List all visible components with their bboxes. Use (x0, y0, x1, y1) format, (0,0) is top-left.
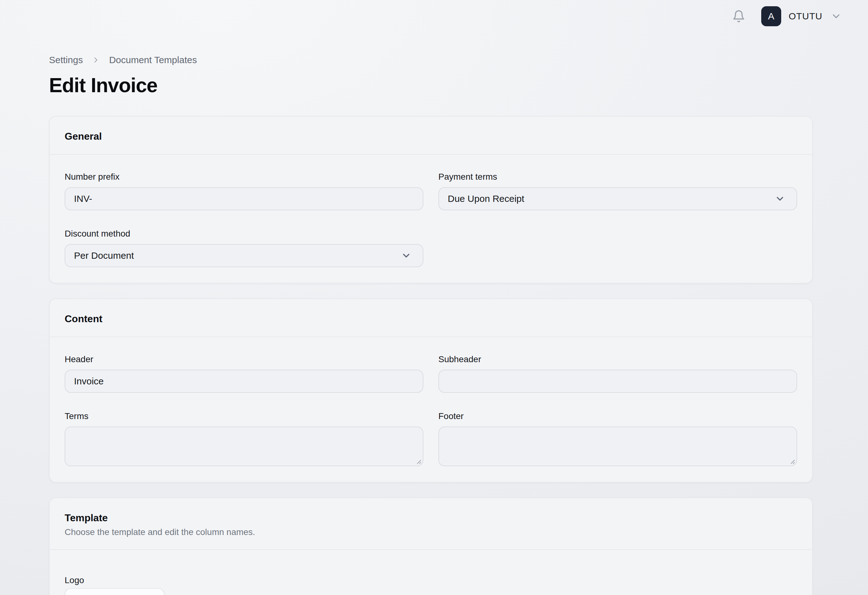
content-card-header: Content (50, 299, 812, 337)
header-input[interactable] (65, 370, 424, 393)
number-prefix-input[interactable] (65, 187, 424, 210)
logo-field-group: Logo Drag & Drop your (65, 575, 797, 595)
terms-label: Terms (65, 411, 424, 422)
subheader-input[interactable] (438, 370, 797, 393)
number-prefix-label: Number prefix (65, 172, 424, 182)
footer-label: Footer (438, 411, 797, 422)
breadcrumb: Settings Document Templates (49, 55, 813, 65)
footer-textarea[interactable] (438, 426, 797, 466)
header-field-group: Header (65, 354, 424, 393)
payment-terms-label: Payment terms (438, 172, 797, 182)
subheader-field-group: Subheader (438, 354, 797, 393)
breadcrumb-document-templates[interactable]: Document Templates (109, 55, 197, 65)
avatar[interactable]: A (761, 6, 781, 26)
template-card-title: Template (65, 512, 797, 524)
subheader-label: Subheader (438, 354, 797, 365)
breadcrumb-settings[interactable]: Settings (49, 55, 83, 65)
content-card: Content Header Subheader Terms (49, 299, 813, 483)
discount-method-field-group: Discount method Per Document (65, 228, 424, 267)
chevron-right-icon (92, 56, 100, 64)
general-card-title: General (65, 130, 797, 142)
discount-method-select[interactable]: Per Document (65, 244, 424, 267)
terms-field-group: Terms (65, 411, 424, 466)
header-label: Header (65, 354, 424, 365)
template-card-subtitle: Choose the template and edit the column … (65, 527, 797, 537)
payment-terms-field-group: Payment terms Due Upon Receipt (438, 172, 797, 210)
spacer-cell (438, 228, 797, 267)
topbar: A OTUTU (732, 0, 842, 33)
template-card: Template Choose the template and edit th… (49, 497, 813, 595)
template-card-header: Template Choose the template and edit th… (50, 498, 812, 549)
general-card: General Number prefix Payment terms Due … (49, 116, 813, 283)
content-card-title: Content (65, 313, 797, 325)
notifications-button[interactable] (732, 9, 745, 23)
terms-textarea[interactable] (65, 426, 424, 466)
chevron-down-icon[interactable] (831, 10, 842, 22)
discount-method-value: Per Document (74, 250, 134, 261)
chevron-down-icon (775, 194, 785, 204)
chevron-down-icon (401, 250, 412, 261)
footer-field-group: Footer (438, 411, 797, 466)
page-root: { "topbar": { "user_initial": "A", "user… (0, 0, 868, 595)
content-card-body: Header Subheader Terms (50, 337, 812, 482)
general-card-header: General (50, 117, 812, 154)
page-title: Edit Invoice (49, 73, 813, 97)
bell-icon (732, 10, 745, 23)
payment-terms-value: Due Upon Receipt (448, 194, 524, 204)
number-prefix-field-group: Number prefix (65, 172, 424, 210)
logo-label: Logo (65, 575, 797, 586)
template-card-body: Logo Drag & Drop your INVOICE (50, 550, 812, 595)
general-card-body: Number prefix Payment terms Due Upon Rec… (50, 155, 812, 283)
user-name[interactable]: OTUTU (789, 11, 822, 22)
payment-terms-select[interactable]: Due Upon Receipt (438, 187, 797, 210)
discount-method-label: Discount method (65, 228, 424, 239)
main-content: Settings Document Templates Edit Invoice… (49, 55, 813, 595)
logo-dropzone[interactable]: Drag & Drop your (65, 588, 165, 595)
